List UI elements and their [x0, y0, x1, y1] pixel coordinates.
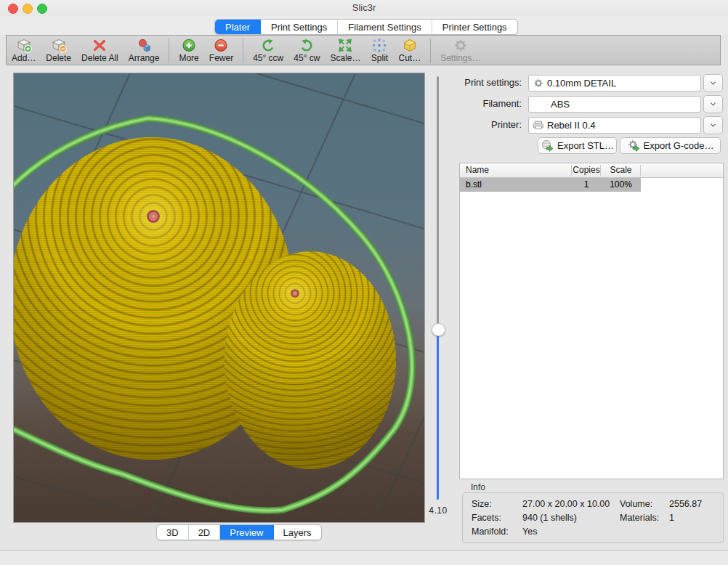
toolbar-button-delete-all[interactable]: Delete All: [76, 37, 124, 64]
toolbar-button-arrange[interactable]: Arrange: [124, 37, 165, 64]
layer-slider-track[interactable]: [437, 76, 439, 330]
preview-scene: [14, 73, 424, 522]
toolbar-button-45-cw[interactable]: 45° cw: [288, 37, 325, 64]
object-list-body: b.stl1100%: [460, 178, 723, 479]
toolbar-button-45-ccw[interactable]: 45° ccw: [248, 37, 288, 64]
export-gcode-button[interactable]: Export G-code…: [620, 137, 721, 154]
toolbar-button-settings: Settings…: [435, 37, 485, 64]
view-tab-layers[interactable]: Layers: [274, 525, 321, 540]
arrange-icon: [135, 38, 153, 53]
info-value-manifold: Yes: [522, 527, 537, 537]
tab-plater[interactable]: Plater: [215, 20, 261, 34]
toolbar-button-label: Delete All: [81, 53, 118, 63]
info-value-volume: 2556.87: [669, 499, 702, 509]
plater-3d-preview-canvas[interactable]: [13, 73, 425, 523]
window-title: Slic3r: [0, 2, 728, 13]
package-add-icon: [15, 38, 33, 53]
print-settings-select[interactable]: 0.10mm DETAIL: [528, 75, 701, 92]
cell-copies: 1: [572, 179, 601, 190]
filament-value: ABS: [551, 99, 570, 110]
printer-label: Printer:: [436, 119, 522, 130]
cut-icon: [401, 38, 418, 53]
toolbar-button-label: 45° ccw: [253, 53, 283, 63]
export-stl-button[interactable]: Export STL…: [538, 137, 617, 154]
tab-printer-settings[interactable]: Printer Settings: [432, 20, 517, 34]
split-icon: [371, 38, 388, 53]
printer-icon: [532, 119, 545, 131]
package-remove-icon: [50, 38, 68, 53]
toolbar-button-label: Split: [371, 53, 388, 63]
info-value-size: 27.00 x 20.00 x 10.00: [522, 499, 610, 509]
toolbar-button-delete[interactable]: Delete: [41, 37, 76, 64]
toolbar-button-split[interactable]: Split: [365, 37, 393, 64]
toolbar-button-fewer[interactable]: Fewer: [204, 37, 238, 64]
layer-slider-value: 4.10: [424, 505, 452, 516]
toolbar-button-label: Fewer: [209, 53, 233, 63]
chevron-down-icon: [709, 79, 717, 87]
toolbar-button-label: Scale…: [330, 53, 360, 63]
rotate-cw-icon: [298, 38, 315, 53]
tab-filament-settings[interactable]: Filament Settings: [338, 20, 432, 34]
print-settings-label: Print settings:: [436, 77, 522, 88]
delete-all-icon: [91, 38, 108, 53]
toolbar-button-label: Cut…: [398, 53, 421, 63]
table-row-b-stl[interactable]: b.stl1100%: [460, 178, 723, 192]
toolbar-button-cut[interactable]: Cut…: [393, 37, 426, 64]
info-panel: Size:27.00 x 20.00 x 10.00Volume:2556.87…: [462, 492, 724, 543]
toolbar: Add…DeleteDelete AllArrangeMoreFewer45° …: [6, 35, 721, 65]
export-stl-icon: [541, 139, 554, 153]
scale-icon: [336, 38, 354, 53]
info-label-facets: Facets:: [472, 513, 501, 523]
tab-print-settings[interactable]: Print Settings: [261, 20, 338, 34]
settings-icon: [452, 38, 469, 53]
toolbar-button-label: Add…: [12, 53, 36, 63]
toolbar-button-more[interactable]: More: [174, 37, 203, 64]
column-header-scale[interactable]: Scale: [601, 165, 641, 175]
toolbar-separator: [169, 38, 169, 63]
gear-icon: [532, 77, 545, 89]
filament-label: Filament:: [436, 98, 522, 109]
sliced-object-small: [225, 251, 396, 469]
info-label-materials: Materials:: [620, 513, 659, 523]
print-settings-dropdown-button[interactable]: [703, 74, 723, 92]
print-settings-value: 0.10mm DETAIL: [547, 78, 616, 89]
toolbar-button-label: Arrange: [129, 53, 160, 63]
info-label-volume: Volume:: [620, 499, 652, 509]
layer-slider-track-filled[interactable]: [437, 330, 439, 500]
export-gcode-label: Export G-code…: [644, 140, 714, 151]
cell-name: b.stl: [466, 179, 482, 190]
chevron-down-icon: [709, 121, 717, 129]
toolbar-button-label: More: [179, 53, 198, 63]
view-tab-3d[interactable]: 3D: [157, 525, 189, 540]
cell-scale: 100%: [601, 179, 641, 190]
export-stl-label: Export STL…: [557, 140, 614, 151]
toolbar-button-label: Delete: [46, 53, 71, 63]
info-section-title: Info: [471, 482, 485, 492]
info-value-materials: 1: [669, 513, 674, 523]
printer-dropdown-button[interactable]: [703, 116, 723, 134]
info-label-size: Size:: [472, 499, 492, 509]
toolbar-button-add[interactable]: Add…: [7, 37, 41, 64]
printer-value: Rebel II 0.4: [547, 120, 596, 131]
fewer-icon: [212, 38, 230, 53]
toolbar-separator: [430, 38, 431, 63]
column-header-name[interactable]: Name: [466, 165, 489, 175]
object-list-header: Name Copies Scale: [460, 163, 723, 178]
toolbar-button-label: 45° cw: [294, 53, 320, 63]
view-mode-tab-bar: 3D2DPreviewLayers: [156, 524, 322, 540]
info-value-facets: 940 (1 shells): [522, 513, 577, 523]
view-tab-2d[interactable]: 2D: [189, 525, 221, 540]
chevron-down-icon: [709, 100, 717, 108]
toolbar-button-label: Settings…: [440, 53, 480, 63]
view-tab-preview[interactable]: Preview: [220, 525, 273, 540]
filament-select[interactable]: ABS: [528, 96, 701, 113]
printer-select[interactable]: Rebel II 0.4: [528, 117, 701, 134]
toolbar-button-scale[interactable]: Scale…: [325, 37, 365, 64]
filament-dropdown-button[interactable]: [703, 95, 723, 113]
layer-slider-thumb[interactable]: [432, 323, 445, 336]
more-icon: [180, 38, 198, 53]
info-label-manifold: Manifold:: [472, 527, 509, 537]
object-list-table[interactable]: Name Copies Scale b.stl1100%: [459, 163, 724, 479]
status-bar: [0, 550, 728, 565]
column-header-copies[interactable]: Copies: [572, 165, 601, 175]
